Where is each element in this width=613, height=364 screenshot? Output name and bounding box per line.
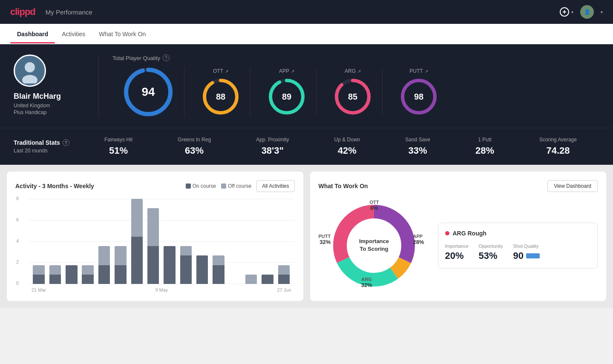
tab-dashboard[interactable]: Dashboard [10, 25, 55, 43]
all-activities-button[interactable]: All Activities [256, 180, 294, 192]
bar-group [64, 199, 79, 284]
header-title: My Performance [46, 9, 92, 16]
bars-container [28, 199, 295, 284]
bar-stack [180, 246, 192, 284]
highlight-metrics: Importance 20% Opportunity 53% Shot Qual… [445, 244, 591, 261]
on-course-bar [115, 265, 126, 284]
ott-donut-label: OTT 8% [370, 200, 379, 211]
avatar-chevron: ▾ [601, 10, 603, 14]
profile-section: Blair McHarg United Kingdom Plus Handica… [14, 54, 99, 118]
add-chevron: ▾ [571, 10, 573, 14]
chart-legend: On course Off course [186, 183, 252, 189]
profile-name: Blair McHarg [14, 92, 61, 101]
profile-handicap: Plus Handicap [14, 109, 46, 115]
score-ott: OTT ↗ 88 [191, 68, 250, 116]
app-gauge: 89 [268, 77, 306, 116]
bar-stack [278, 265, 290, 284]
bar-group [211, 199, 226, 284]
on-course-bar [147, 246, 159, 284]
score-putt: PUTT ↗ 98 [389, 68, 448, 116]
bar-group [97, 199, 111, 284]
help-icon[interactable]: ? [163, 54, 170, 61]
bar-stack [147, 208, 159, 284]
bar-group [81, 199, 95, 284]
bar-stack [98, 246, 110, 284]
app-logo: clippd [10, 6, 35, 17]
shot-quality-bar [526, 253, 540, 258]
off-course-bar [278, 265, 290, 275]
putt-gauge: 98 [400, 77, 438, 116]
bar-group [32, 199, 46, 284]
hero-section: Blair McHarg United Kingdom Plus Handica… [0, 44, 613, 128]
off-course-bar [180, 246, 192, 255]
off-course-bar [49, 265, 61, 275]
work-title: What To Work On [319, 183, 368, 189]
traditional-stats: Traditional Stats ? Last 20 rounds Fairw… [0, 128, 613, 165]
off-course-bar [33, 265, 44, 275]
shot-quality-value: 90 [513, 250, 539, 261]
user-avatar[interactable]: 👤 [580, 5, 594, 19]
metric-opportunity: Opportunity 53% [479, 244, 503, 261]
bar-stack [33, 265, 44, 284]
bar-group [130, 199, 144, 284]
metric-shot-quality: Shot Quality 90 [513, 244, 539, 261]
bar-group [260, 199, 275, 284]
view-dashboard-button[interactable]: View Dashboard [547, 180, 598, 192]
bar-group [178, 199, 193, 284]
on-course-bar [262, 275, 273, 284]
trad-label-area: Traditional Stats ? Last 20 rounds [14, 139, 82, 154]
profile-country: United Kingdom [14, 103, 50, 109]
off-course-bar [115, 246, 126, 265]
bar-group [162, 199, 177, 284]
on-course-bar [180, 255, 192, 284]
ott-value: 88 [216, 92, 225, 102]
arg-label: ARG ↗ [345, 68, 361, 74]
app-label: APP ↗ [279, 68, 294, 74]
trad-help-icon[interactable]: ? [63, 139, 69, 146]
putt-label: PUTT ↗ [409, 68, 428, 74]
main-score-value: 94 [141, 85, 155, 99]
arg-gauge: 85 [334, 77, 372, 116]
stat-proximity: App. Proximity 38'3" [256, 137, 289, 156]
trad-title: Traditional Stats ? [14, 139, 82, 146]
off-course-bar [98, 246, 110, 265]
bar-group [276, 199, 291, 284]
score-main: 94 [112, 66, 184, 118]
putt-value: 98 [414, 92, 423, 102]
scores-title: Total Player Quality ? [112, 54, 599, 61]
score-arg: ARG ↗ 85 [323, 68, 383, 116]
tab-activities[interactable]: Activities [55, 25, 92, 43]
bar-stack [262, 275, 273, 284]
logo-area: clippd My Performance [10, 6, 92, 17]
bar-group [195, 199, 209, 284]
bar-stack [245, 275, 257, 284]
stat-scoring: Scoring Average 74.28 [539, 137, 577, 156]
bar-stack [164, 246, 175, 284]
activity-card: Activity - 3 Months - Weekly On course O… [7, 172, 303, 301]
bar-stack [196, 255, 208, 284]
svg-text:To Scoring: To Scoring [360, 246, 388, 252]
on-course-bar [66, 265, 77, 284]
bar-group [113, 199, 128, 284]
on-course-bar [33, 275, 44, 284]
svg-text:Importance: Importance [359, 238, 389, 244]
stat-greens: Greens In Reg 63% [178, 137, 211, 156]
stat-updown: Up & Down 42% [334, 137, 360, 156]
highlight-title: ARG Rough [445, 230, 591, 237]
stat-1putt: 1 Putt 28% [475, 137, 494, 156]
bottom-section: Activity - 3 Months - Weekly On course O… [0, 165, 613, 308]
on-course-bar [278, 275, 290, 284]
on-course-bar [49, 275, 61, 284]
bar-stack [115, 246, 126, 284]
stat-fairways: Fairways Hit 51% [104, 137, 132, 156]
add-button[interactable]: ▾ [559, 7, 573, 17]
scores-row: 94 OTT ↗ 88 AP [112, 66, 599, 118]
bar-group [48, 199, 62, 284]
off-course-bar [82, 265, 93, 275]
scores-section: Total Player Quality ? 94 OTT ↗ [99, 54, 599, 118]
legend-off-course: Off course [221, 183, 251, 189]
legend-off-dot [221, 183, 226, 189]
stat-sandsave: Sand Save 33% [405, 137, 430, 156]
tab-what-to-work-on[interactable]: What To Work On [92, 25, 153, 43]
off-course-bar [147, 208, 159, 246]
